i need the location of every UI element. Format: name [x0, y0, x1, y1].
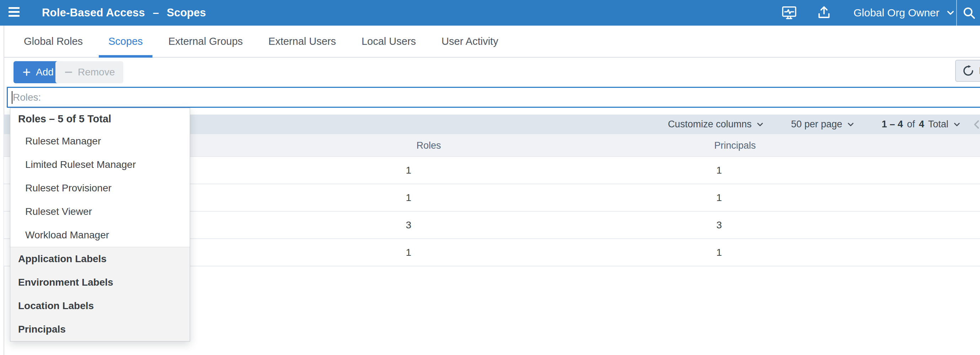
page-range-dropdown[interactable]: 1 – 4 of 4 Total [881, 119, 961, 130]
dropdown-item-ruleset-manager[interactable]: Ruleset Manager [10, 130, 190, 153]
remove-button[interactable]: Remove [56, 61, 123, 83]
chevron-left-icon [971, 118, 980, 131]
tab-user-activity[interactable]: User Activity [432, 26, 508, 57]
search-icon[interactable] [961, 0, 977, 26]
roles-filter-dropdown: Roles – 5 of 5 Total Ruleset Manager Lim… [10, 108, 190, 342]
dropdown-item-ruleset-provisioner[interactable]: Ruleset Provisioner [10, 176, 190, 200]
column-header-principals[interactable]: Principals [714, 140, 756, 151]
page-title-separator: – [153, 6, 159, 19]
dropdown-group-header: Roles – 5 of 5 Total [10, 108, 190, 130]
refresh-button[interactable]: Re [955, 60, 980, 82]
page-title-primary: Role-Based Access [42, 6, 145, 19]
user-menu-label: Global Org Owner [853, 7, 940, 19]
tab-external-groups[interactable]: External Groups [159, 26, 253, 57]
roles-count: 3 [406, 219, 412, 231]
dropdown-category-section: Application Labels Environment Labels Lo… [10, 247, 190, 341]
refresh-icon [962, 65, 974, 77]
export-icon[interactable] [816, 0, 832, 26]
tab-bar: Global Roles Scopes External Groups Exte… [3, 26, 980, 58]
text-cursor [12, 91, 13, 104]
role-based-access-page: Role-Based Access – Scopes Global Org Ow… [0, 0, 980, 355]
column-header-roles[interactable]: Roles [417, 140, 441, 151]
dropdown-item-limited-ruleset-manager[interactable]: Limited Ruleset Manager [10, 153, 190, 176]
previous-page-button[interactable] [971, 118, 980, 131]
dropdown-category-principals[interactable]: Principals [10, 318, 190, 341]
minus-icon [64, 67, 73, 77]
dropdown-category-environment-labels[interactable]: Environment Labels [10, 271, 190, 294]
chevron-down-icon [952, 120, 961, 129]
dropdown-item-workload-manager[interactable]: Workload Manager [10, 223, 190, 247]
chevron-down-icon [846, 120, 855, 129]
principals-count: 3 [716, 219, 722, 231]
menu-icon[interactable] [8, 7, 19, 17]
page-title-secondary: Scopes [167, 6, 206, 19]
chevron-down-icon [945, 8, 956, 18]
roles-count: 1 [406, 247, 412, 258]
plus-icon [22, 67, 31, 77]
principals-count: 1 [716, 192, 722, 203]
tab-external-users[interactable]: External Users [259, 26, 345, 57]
dropdown-item-ruleset-viewer[interactable]: Ruleset Viewer [10, 200, 190, 223]
per-page-dropdown[interactable]: 50 per page [791, 119, 855, 130]
customize-columns-dropdown[interactable]: Customize columns [668, 119, 765, 130]
dropdown-category-location-labels[interactable]: Location Labels [10, 294, 190, 318]
principals-count: 1 [716, 165, 722, 176]
page-title: Role-Based Access – Scopes [42, 0, 206, 26]
roles-filter-input[interactable] [7, 87, 980, 108]
dropdown-category-application-labels[interactable]: Application Labels [10, 247, 190, 271]
chevron-down-icon [756, 120, 765, 129]
add-button[interactable]: Add [13, 61, 62, 83]
tab-scopes[interactable]: Scopes [99, 26, 153, 57]
roles-count: 1 [406, 165, 412, 176]
user-menu[interactable]: Global Org Owner [853, 0, 956, 26]
roles-count: 1 [406, 192, 412, 203]
principals-count: 1 [716, 247, 722, 258]
header-divider [956, 0, 957, 26]
tab-global-roles[interactable]: Global Roles [14, 26, 92, 57]
health-monitor-icon[interactable] [781, 0, 797, 26]
app-header: Role-Based Access – Scopes Global Org Ow… [0, 0, 980, 26]
tab-local-users[interactable]: Local Users [352, 26, 425, 57]
